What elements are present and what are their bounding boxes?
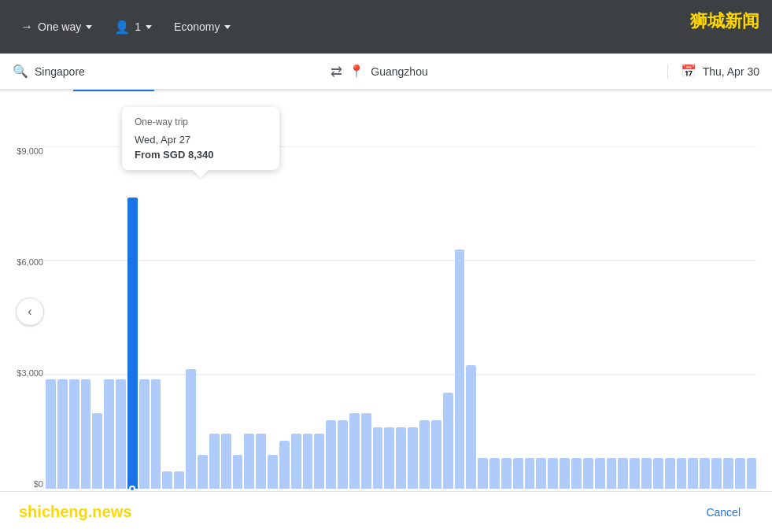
bar[interactable] [747, 458, 757, 489]
bar[interactable] [174, 471, 184, 489]
bar[interactable] [501, 458, 512, 489]
bar[interactable] [303, 434, 313, 489]
bar[interactable] [209, 434, 220, 489]
y-label-0: $0 [34, 479, 43, 489]
bar[interactable] [466, 365, 476, 489]
swap-icon[interactable]: ⇄ [331, 63, 342, 80]
bars-container [46, 146, 756, 489]
bar[interactable] [198, 455, 208, 490]
bar[interactable] [478, 458, 488, 489]
prev-nav-button[interactable]: ‹ [16, 297, 44, 326]
bar[interactable] [151, 379, 161, 489]
bar[interactable] [583, 458, 593, 489]
bar[interactable] [361, 413, 371, 489]
bar[interactable] [338, 420, 348, 489]
tooltip-trip-type: One-way trip [135, 116, 267, 127]
bar[interactable] [268, 455, 278, 490]
watermark-english-text: shicheng.news [19, 503, 131, 520]
bar[interactable] [595, 458, 605, 489]
tooltip-price-value: 8,340 [188, 149, 214, 161]
cabin-class-button[interactable]: Economy [166, 14, 238, 39]
bar[interactable] [536, 458, 546, 489]
bar[interactable] [139, 379, 150, 489]
bar[interactable] [92, 413, 102, 489]
bottom-bar: shicheng.news Cancel [0, 491, 772, 532]
bar[interactable] [548, 458, 558, 489]
bar[interactable] [419, 420, 430, 489]
bar[interactable] [723, 458, 733, 489]
search-bar: 🔍 Singapore ⇄ 📍 Guangzhou 📅 Thu, Apr 30 [0, 54, 772, 90]
bar[interactable] [443, 393, 453, 489]
bar[interactable] [244, 434, 254, 489]
bar[interactable] [384, 427, 394, 489]
bar[interactable] [641, 458, 652, 489]
cabin-class-chevron [224, 25, 231, 29]
bar[interactable] [630, 458, 640, 489]
bar[interactable] [711, 458, 722, 489]
person-icon: 👤 [114, 20, 130, 35]
bar[interactable] [314, 434, 324, 489]
bar[interactable] [221, 434, 231, 489]
bar[interactable] [127, 198, 138, 489]
price-graph-modal: Dates Price graph ‹ One-way trip Wed, Ap… [0, 54, 772, 532]
bar[interactable] [326, 420, 336, 489]
arrow-right-icon: → [20, 20, 33, 34]
y-label-3000: $3,000 [17, 368, 43, 378]
origin-field[interactable]: Singapore [35, 65, 85, 78]
cancel-button[interactable]: Cancel [693, 500, 753, 525]
bar[interactable] [104, 379, 114, 489]
bar[interactable] [653, 458, 663, 489]
bar[interactable] [735, 458, 745, 489]
location-icon: 📍 [349, 64, 364, 79]
bar[interactable] [186, 369, 196, 489]
chevron-left-icon: ‹ [28, 305, 31, 319]
cabin-class-label: Economy [174, 20, 220, 33]
tooltip-price: From SGD 8,340 [135, 149, 267, 161]
search-icon: 🔍 [13, 64, 28, 79]
bar[interactable] [700, 458, 710, 489]
bar[interactable] [677, 458, 687, 489]
bar[interactable] [607, 458, 617, 489]
passengers-label: 1 [135, 20, 141, 33]
bar[interactable] [116, 379, 126, 489]
calendar-icon: 📅 [681, 64, 696, 79]
chart-area: ‹ One-way trip Wed, Apr 27 From SGD 8,34… [0, 91, 772, 532]
bar[interactable] [688, 458, 698, 489]
passengers-button[interactable]: 👤 1 [106, 13, 160, 41]
bar[interactable] [233, 455, 243, 490]
bar[interactable] [57, 379, 68, 489]
bar[interactable] [455, 249, 465, 490]
top-bar: → One way 👤 1 Economy 狮城新闻 [0, 0, 772, 54]
bar[interactable] [431, 420, 441, 489]
tooltip-price-label: From SGD [135, 149, 185, 161]
bar[interactable] [560, 458, 570, 489]
bar[interactable] [373, 427, 383, 489]
bar[interactable] [571, 458, 582, 489]
y-label-9000: $9,000 [17, 146, 43, 156]
bar[interactable] [279, 441, 290, 489]
bar[interactable] [408, 427, 418, 489]
date-field[interactable]: Thu, Apr 30 [703, 65, 759, 78]
watermark-chinese: 狮城新闻 [690, 9, 759, 33]
bar[interactable] [69, 379, 79, 489]
trip-type-label: One way [38, 20, 81, 33]
price-tooltip: One-way trip Wed, Apr 27 From SGD 8,340 [122, 107, 279, 170]
trip-type-chevron [86, 25, 92, 29]
tooltip-date: Wed, Apr 27 [135, 134, 267, 146]
bar[interactable] [291, 434, 301, 489]
bar[interactable] [349, 413, 360, 489]
bar[interactable] [618, 458, 628, 489]
bar[interactable] [162, 471, 172, 489]
bar[interactable] [489, 458, 500, 489]
bar[interactable] [256, 434, 266, 489]
bar[interactable] [525, 458, 535, 489]
bar[interactable] [665, 458, 675, 489]
passengers-chevron [146, 25, 152, 29]
bar[interactable] [46, 379, 56, 489]
bar[interactable] [396, 427, 406, 489]
trip-type-button[interactable]: → One way [13, 13, 100, 40]
bar[interactable] [513, 458, 523, 489]
bar[interactable] [81, 379, 91, 489]
bottom-watermark-english: shicheng.news [19, 503, 693, 521]
destination-field[interactable]: Guangzhou [371, 65, 427, 78]
